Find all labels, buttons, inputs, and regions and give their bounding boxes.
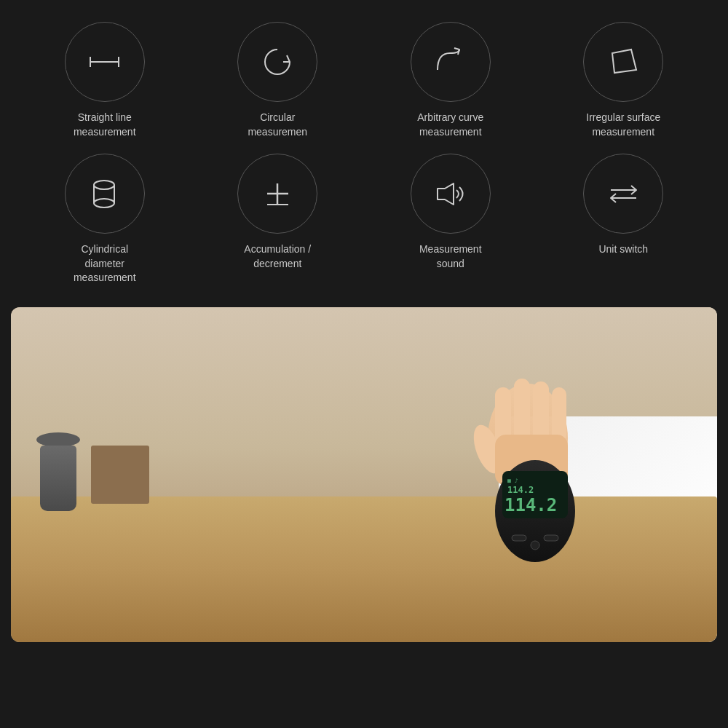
top-section: Straight linemeasurement Circularmeasure…: [0, 0, 728, 300]
vase-body: [40, 446, 76, 511]
device-photo: ■ ♪ 114.2 114.2: [11, 307, 717, 642]
straight-line-label: Straight linemeasurement: [74, 111, 136, 139]
svg-point-7: [94, 199, 114, 207]
feature-accumulation: Accumulation /decrement: [195, 154, 361, 285]
measurement-sound-label: Measurementsound: [419, 242, 482, 271]
unit-switch-icon: [604, 174, 644, 214]
feature-cylindrical: Cylindricaldiametermeasurement: [22, 154, 188, 285]
svg-rect-17: [533, 381, 549, 443]
feature-unit-switch: Unit switch: [541, 154, 707, 285]
accumulation-label: Accumulation /decrement: [244, 242, 311, 271]
arbitrary-curve-icon-circle: [411, 22, 491, 102]
svg-rect-25: [544, 535, 558, 541]
feature-measurement-sound: Measurementsound: [368, 154, 534, 285]
measurement-sound-icon-circle: [411, 154, 491, 234]
measurement-sound-icon: [430, 174, 470, 214]
svg-point-26: [531, 541, 539, 550]
cylindrical-icon: [84, 174, 124, 214]
svg-rect-16: [514, 379, 530, 443]
irregular-surface-label: Irregular surfacemeasurement: [586, 111, 660, 139]
svg-rect-18: [552, 387, 566, 442]
straight-line-icon-circle: [65, 22, 145, 102]
cylindrical-label: Cylindricaldiametermeasurement: [74, 242, 136, 285]
features-row-2: Cylindricaldiametermeasurement Accumulat…: [15, 154, 713, 285]
feature-arbitrary-curve: Arbitrary curvemeasurement: [368, 22, 534, 139]
circular-label: Circularmeasuremen: [248, 111, 307, 139]
hand-device-svg: ■ ♪ 114.2 114.2: [382, 322, 659, 598]
cylindrical-icon-circle: [65, 154, 145, 234]
vase-decoration: [33, 424, 84, 511]
arbitrary-curve-icon: [430, 42, 470, 82]
feature-straight-line: Straight linemeasurement: [22, 22, 188, 139]
svg-marker-3: [612, 50, 636, 73]
circular-icon-circle: [237, 22, 317, 102]
unit-switch-label: Unit switch: [598, 242, 648, 257]
feature-irregular-surface: Irregular surfacemeasurement: [541, 22, 707, 139]
accumulation-icon: [258, 174, 298, 214]
straight-line-icon: [84, 42, 124, 82]
feature-circular: Circularmeasuremen: [195, 22, 361, 139]
device-body: ■ ♪ 114.2 114.2: [495, 460, 575, 562]
unit-switch-icon-circle: [583, 154, 663, 234]
box-decoration: [91, 446, 149, 504]
circular-icon: [258, 42, 298, 82]
svg-marker-11: [438, 183, 454, 205]
svg-rect-24: [512, 535, 526, 541]
arbitrary-curve-label: Arbitrary curvemeasurement: [417, 111, 483, 139]
svg-text:■ ♪: ■ ♪: [507, 478, 518, 484]
accumulation-icon-circle: [237, 154, 317, 234]
screen-value-small: 114.2: [507, 485, 534, 495]
features-row-1: Straight linemeasurement Circularmeasure…: [15, 22, 713, 139]
bottom-photo-section: ■ ♪ 114.2 114.2: [11, 307, 717, 642]
svg-point-4: [94, 181, 114, 189]
irregular-surface-icon: [604, 42, 644, 82]
screen-value-large: 114.2: [505, 495, 557, 515]
vase-top: [36, 432, 80, 447]
irregular-surface-icon-circle: [583, 22, 663, 102]
